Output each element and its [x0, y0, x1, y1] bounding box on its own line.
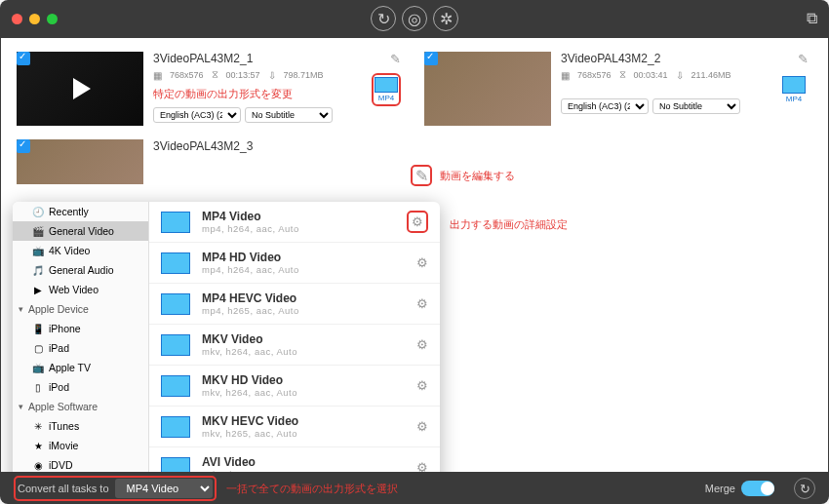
format-row[interactable]: AVI Videoavi, mjpeg, mp2, Auto⚙	[149, 447, 440, 473]
format-icon	[161, 293, 190, 315]
format-list[interactable]: MP4 Videomp4, h264, aac, Auto⚙MP4 HD Vid…	[149, 202, 440, 473]
format-details: mkv, h265, aac, Auto	[202, 428, 298, 439]
play-icon	[73, 78, 91, 99]
annotation-format: 特定の動画の出力形式を変更	[153, 87, 405, 101]
video-card[interactable]: 3VideoPAL43M2_1 ▦768x576 ⧖00:13:57 ⇩798.…	[13, 48, 409, 130]
format-details: mkv, h264, aac, Auto	[202, 387, 297, 398]
select-checkbox[interactable]	[424, 52, 438, 65]
format-icon	[161, 252, 190, 274]
convert-all-label: Convert all tasks to	[18, 483, 109, 494]
resolution-icon: ▦	[153, 70, 162, 81]
category-item[interactable]: ▾Apple Software	[13, 397, 148, 416]
track-selects: English (AC3) (2.0 ch)... No Subtitle	[561, 98, 812, 114]
format-icon	[161, 334, 190, 356]
gear-icon[interactable]: ⚙	[416, 419, 428, 434]
category-item[interactable]: ▶Web Video	[13, 280, 148, 299]
gear-icon[interactable]: ⚙	[416, 460, 428, 473]
format-popup: 🕘Recently🎬General Video📺4K Video🎵General…	[13, 202, 440, 473]
select-checkbox[interactable]	[17, 52, 30, 65]
category-item[interactable]: 📺Apple TV	[13, 358, 148, 377]
audio-select[interactable]: English (AC3) (2.0 ch)...	[153, 107, 241, 123]
video-thumbnail[interactable]	[424, 52, 551, 126]
format-name: MKV Video	[202, 332, 297, 346]
edit-pencil-icon[interactable]: ✎	[390, 52, 401, 66]
format-row[interactable]: MKV HEVC Videomkv, h265, aac, Auto⚙	[149, 407, 440, 447]
bottom-bar: Convert all tasks to MP4 Video 一括で全ての動画の…	[0, 473, 829, 504]
format-name: MKV HEVC Video	[202, 414, 298, 428]
category-item[interactable]: 🎵General Audio	[13, 260, 148, 280]
audio-select[interactable]: English (AC3) (2.0 ch)...	[561, 98, 649, 114]
track-selects: English (AC3) (2.0 ch)... No Subtitle	[153, 107, 405, 123]
format-label: MP4	[786, 95, 802, 103]
close-icon[interactable]	[12, 14, 22, 24]
category-item[interactable]: ◉iDVD	[13, 455, 148, 473]
media-icon[interactable]: ⧉	[807, 10, 817, 27]
gear-icon[interactable]: ⚙	[416, 255, 428, 270]
select-checkbox[interactable]	[17, 139, 30, 153]
video-thumbnail[interactable]	[17, 52, 143, 126]
subtitle-select[interactable]: No Subtitle	[652, 98, 740, 114]
maximize-icon[interactable]	[47, 14, 58, 24]
video-info: 3VideoPAL43M2_3	[153, 139, 409, 184]
format-icon	[161, 212, 190, 233]
category-item[interactable]: ▢iPad	[13, 338, 148, 358]
film-tab-icon[interactable]: ✲	[433, 6, 458, 31]
category-item[interactable]: 🎬General Video	[13, 221, 148, 241]
category-item[interactable]: ★iMovie	[13, 436, 148, 455]
category-item[interactable]: 🕘Recently	[13, 202, 148, 221]
format-row[interactable]: MP4 Videomp4, h264, aac, Auto⚙	[149, 202, 440, 243]
format-details: mp4, h264, aac, Auto	[202, 223, 299, 234]
video-meta: ▦768x576 ⧖00:03:41 ⇩211.46MB	[561, 69, 812, 81]
video-title: 3VideoPAL43M2_2	[561, 52, 812, 65]
format-details: mp4, h265, aac, Auto	[202, 305, 299, 316]
video-row-1: 3VideoPAL43M2_1 ▦768x576 ⧖00:13:57 ⇩798.…	[1, 38, 828, 130]
format-badge[interactable]: MP4	[779, 73, 809, 106]
format-row[interactable]: MKV Videomkv, h264, aac, Auto⚙	[149, 325, 440, 366]
resolution-icon: ▦	[561, 70, 570, 81]
edit-highlight: ✎	[411, 165, 432, 186]
duration-icon: ⧖	[212, 69, 218, 81]
category-list[interactable]: 🕘Recently🎬General Video📺4K Video🎵General…	[13, 202, 149, 473]
format-name: AVI Video	[202, 455, 301, 469]
category-item[interactable]: 📺4K Video	[13, 241, 148, 260]
convert-all-select[interactable]: MP4 Video	[115, 479, 213, 498]
annotation-settings: 出力する動画の詳細設定	[450, 217, 568, 232]
format-name: MP4 Video	[202, 210, 299, 223]
format-details: mkv, h264, aac, Auto	[202, 346, 297, 357]
video-title: 3VideoPAL43M2_3	[153, 139, 409, 153]
subtitle-select[interactable]: No Subtitle	[245, 107, 333, 123]
size-icon: ⇩	[676, 70, 684, 81]
gear-icon[interactable]: ⚙	[407, 211, 428, 233]
merge-control: Merge	[705, 481, 774, 496]
category-item[interactable]: ▯iPod	[13, 377, 148, 397]
size-icon: ⇩	[268, 70, 276, 81]
gear-icon[interactable]: ⚙	[416, 337, 428, 352]
video-meta: ▦768x576 ⧖00:13:57 ⇩798.71MB	[153, 69, 405, 81]
gear-icon[interactable]: ⚙	[416, 378, 428, 393]
format-icon	[161, 375, 190, 397]
category-item[interactable]: ✳iTunes	[13, 416, 148, 436]
gear-icon[interactable]: ⚙	[416, 296, 428, 311]
disc-tab-icon[interactable]: ◎	[402, 6, 427, 31]
format-row[interactable]: MKV HD Videomkv, h264, aac, Auto⚙	[149, 366, 440, 407]
convert-button[interactable]: ↻	[794, 478, 815, 499]
refresh-tab-icon[interactable]: ↻	[371, 6, 396, 31]
video-thumbnail[interactable]	[17, 139, 143, 184]
video-card[interactable]: 3VideoPAL43M2_3	[13, 136, 413, 188]
format-icon	[161, 416, 190, 438]
video-card[interactable]: 3VideoPAL43M2_2 ▦768x576 ⧖00:03:41 ⇩211.…	[420, 48, 816, 130]
format-icon	[161, 457, 190, 474]
category-item[interactable]: 📱iPhone	[13, 319, 148, 338]
duration-icon: ⧖	[619, 69, 626, 81]
minimize-icon[interactable]	[29, 14, 40, 24]
format-row[interactable]: MP4 HEVC Videomp4, h265, aac, Auto⚙	[149, 284, 440, 325]
merge-toggle[interactable]	[741, 481, 774, 496]
category-item[interactable]: ▾Apple Device	[13, 299, 148, 319]
titlebar: ↻ ◎ ✲ ⧉	[0, 0, 829, 37]
video-info: 3VideoPAL43M2_2 ▦768x576 ⧖00:03:41 ⇩211.…	[561, 52, 812, 126]
format-icon	[782, 76, 806, 94]
format-row[interactable]: MP4 HD Videomp4, h264, aac, Auto⚙	[149, 243, 440, 284]
edit-pencil-icon[interactable]: ✎	[798, 52, 809, 66]
titlebar-tabs: ↻ ◎ ✲	[371, 6, 458, 31]
format-name: MKV HD Video	[202, 373, 297, 387]
